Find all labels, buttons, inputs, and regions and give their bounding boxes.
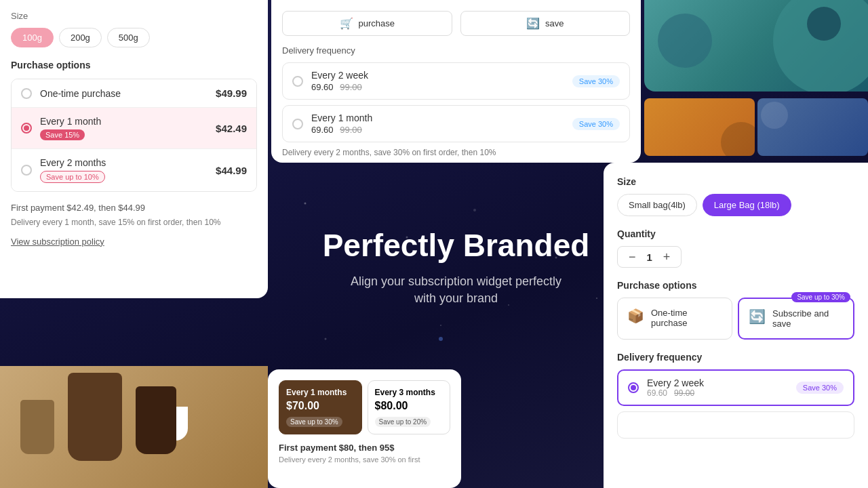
delivery-info-text: Delivery every 1 month, save 15% on firs… xyxy=(11,217,257,228)
qty-value: 1 xyxy=(647,251,652,263)
first-payment-text: First payment $42.49, then $44.99 xyxy=(11,203,257,213)
subscribe-card-text: Subscribe and save xyxy=(772,308,844,329)
option-price-onetime: $49.99 xyxy=(216,87,247,99)
rp-purchase-cards: 📦 One-time purchase Save up to 30% 🔄 Sub… xyxy=(617,298,854,340)
middle-right-images xyxy=(644,98,868,156)
freq-card-3months-price: $80.00 xyxy=(375,400,443,412)
coffee-cup-1 xyxy=(68,373,122,461)
size-options-group: 100g 200g 500g xyxy=(11,28,257,47)
option-price-bimonthly: $44.99 xyxy=(216,165,247,176)
tab-save-label: save xyxy=(545,18,564,28)
option-price-monthly: $42.49 xyxy=(216,123,247,134)
hero-subtitle: Align your subscription widget perfectly… xyxy=(351,273,561,307)
size-btn-500g[interactable]: 500g xyxy=(107,28,150,47)
delivery-2week-name: Every 2 week xyxy=(311,70,572,81)
purchase-option-onetime[interactable]: One-time purchase $49.99 xyxy=(12,79,256,108)
orange-image xyxy=(644,98,755,156)
radio-monthly xyxy=(21,123,32,134)
freq-card-1month[interactable]: Every 1 months $70.00 Save up to 30% xyxy=(279,380,362,434)
rp-delivery-label: Delivery frequency xyxy=(617,352,854,363)
hero-section: Perfectly Branded Align your subscriptio… xyxy=(271,169,641,366)
purchase-options-title: Purchase options xyxy=(11,60,257,70)
freq-card-3months[interactable]: Every 3 months $80.00 Save up to 20% xyxy=(368,380,451,434)
rp-delivery-option-placeholder[interactable] xyxy=(617,411,854,439)
purchase-options-list: One-time purchase $49.99 Every 1 month S… xyxy=(11,79,257,192)
option-name-monthly: Every 1 month xyxy=(40,116,216,127)
tab-save[interactable]: 🔄 save xyxy=(460,11,631,36)
blue-image xyxy=(757,98,868,156)
save-tag-1month: Save 30% xyxy=(572,118,620,130)
radio-bimonthly xyxy=(21,165,32,176)
bottom-first-payment: First payment $80, then 95$ xyxy=(279,443,450,453)
rp-size-btn-large[interactable]: Large Bag (18lb) xyxy=(703,194,791,216)
img-deco-1 xyxy=(721,122,755,156)
view-policy-link[interactable]: View subscription policy xyxy=(11,237,104,247)
hero-title: Perfectly Branded xyxy=(323,228,590,263)
rp-delivery-info-2week: Every 2 week 69.60 99.00 xyxy=(647,378,796,398)
option-info-monthly: Every 1 month Save 15% xyxy=(40,116,216,140)
save-badge-monthly: Save 15% xyxy=(40,129,85,140)
rp-radio-2week xyxy=(628,382,639,393)
freq-card-1month-title: Every 1 months xyxy=(286,388,355,397)
bottom-delivery-info: Delivery every 2 months, save 30% on fir… xyxy=(279,455,450,464)
coffee-cup-2 xyxy=(136,386,176,454)
size-btn-200g[interactable]: 200g xyxy=(59,28,102,47)
radio-onetime xyxy=(21,88,32,99)
circle-decoration-3 xyxy=(807,7,841,41)
option-name-onetime: One-time purchase xyxy=(40,88,216,99)
subscribe-card-icon: 🔄 xyxy=(749,308,766,325)
freq-card-3months-badge: Save up to 20% xyxy=(375,417,431,427)
delivery-option-1month[interactable]: Every 1 month 69.60 99.00 Save 30% xyxy=(282,105,630,142)
save-tag-2week: Save 30% xyxy=(572,75,620,87)
size-label: Size xyxy=(11,11,257,21)
qty-increment-button[interactable]: + xyxy=(663,251,671,263)
option-info-onetime: One-time purchase xyxy=(40,88,216,99)
size-btn-100g[interactable]: 100g xyxy=(11,28,54,47)
radio-1month xyxy=(292,119,303,129)
save-30-badge: Save up to 30% xyxy=(791,292,850,302)
tab-purchase-label: purchase xyxy=(359,18,395,28)
delivery-option-info-2week: Every 2 week 69.60 99.00 xyxy=(311,70,572,92)
rp-card-subscribe[interactable]: Save up to 30% 🔄 Subscribe and save xyxy=(738,298,854,340)
delivery-1month-original: 99.00 xyxy=(340,125,362,135)
rp-size-btn-small[interactable]: Small bag(4lb) xyxy=(617,194,697,216)
save-icon: 🔄 xyxy=(526,17,540,30)
right-product-panel: Size Small bag(4lb) Large Bag (18lb) Qua… xyxy=(604,163,868,488)
bottom-coffee-image xyxy=(0,366,268,488)
purchase-option-bimonthly[interactable]: Every 2 months Save up to 10% $44.99 xyxy=(12,149,256,191)
onetime-card-icon: 📦 xyxy=(627,308,644,324)
qty-decrement-button[interactable]: − xyxy=(629,251,636,263)
rp-delivery-original: 99.00 xyxy=(674,388,694,398)
delivery-1month-name: Every 1 month xyxy=(311,113,572,123)
rp-size-options: Small bag(4lb) Large Bag (18lb) xyxy=(617,194,854,216)
delivery-2week-original: 99.00 xyxy=(340,82,362,92)
circle-decoration-2 xyxy=(658,14,712,68)
rp-delivery-current: 69.60 xyxy=(647,388,667,398)
rp-delivery-2week-name: Every 2 week xyxy=(647,378,796,388)
purchase-option-monthly[interactable]: Every 1 month Save 15% $42.49 xyxy=(12,108,256,149)
tab-purchase[interactable]: 🛒 purchase xyxy=(282,11,452,36)
tab-row: 🛒 purchase 🔄 save xyxy=(282,11,630,36)
rp-card-onetime[interactable]: 📦 One-time purchase xyxy=(617,298,732,340)
option-name-bimonthly: Every 2 months xyxy=(40,157,216,168)
rp-size-label: Size xyxy=(617,176,854,187)
delivery-option-2week[interactable]: Every 2 week 69.60 99.00 Save 30% xyxy=(282,62,630,100)
save-badge-bimonthly: Save up to 10% xyxy=(40,171,105,183)
coffee-cup-3 xyxy=(20,400,54,454)
bottom-center-panel: Every 1 months $70.00 Save up to 30% Eve… xyxy=(268,369,461,488)
rp-purchase-options-title: Purchase options xyxy=(617,280,854,291)
rp-save-tag-2week: Save 30% xyxy=(796,382,844,394)
delivery-option-info-1month: Every 1 month 69.60 99.00 xyxy=(311,113,572,135)
frequency-cards: Every 1 months $70.00 Save up to 30% Eve… xyxy=(279,380,450,434)
purchase-icon: 🛒 xyxy=(340,17,353,30)
rp-qty-label: Quantity xyxy=(617,228,854,239)
delivery-freq-label: Delivery frequency xyxy=(282,45,630,56)
onetime-card-text: One-time purchase xyxy=(651,308,722,328)
rp-delivery-option-2week[interactable]: Every 2 week 69.60 99.00 Save 30% xyxy=(617,369,854,406)
option-info-bimonthly: Every 2 months Save up to 10% xyxy=(40,157,216,183)
qty-control: − 1 + xyxy=(617,246,682,268)
delivery-2week-current: 69.60 xyxy=(311,82,334,92)
freq-card-1month-price: $70.00 xyxy=(286,400,355,412)
delivery-1month-current: 69.60 xyxy=(311,125,334,135)
freq-card-3months-title: Every 3 months xyxy=(375,388,443,397)
